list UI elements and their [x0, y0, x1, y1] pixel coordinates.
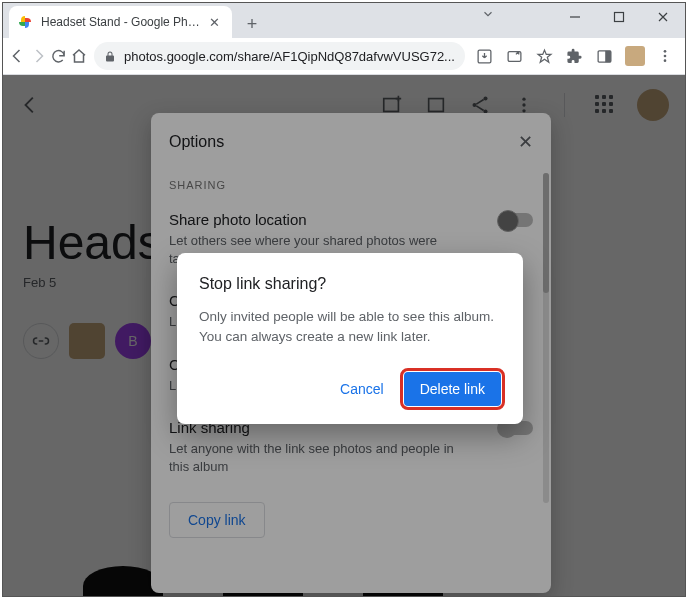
install-app-icon[interactable] — [471, 42, 499, 70]
forward-button[interactable] — [29, 42, 47, 70]
url-text: photos.google.com/share/AF1QipNdQ87dafvw… — [124, 49, 455, 64]
bookmark-icon[interactable] — [531, 42, 559, 70]
chrome-menu-icon[interactable] — [651, 42, 679, 70]
tab-search-icon[interactable] — [481, 7, 495, 21]
lock-icon — [104, 50, 116, 63]
svg-point-6 — [664, 55, 667, 58]
close-window-button[interactable] — [641, 3, 685, 31]
reload-button[interactable] — [50, 42, 68, 70]
new-tab-button[interactable]: + — [238, 10, 266, 38]
window-controls — [553, 3, 685, 38]
address-bar[interactable]: photos.google.com/share/AF1QipNdQ87dafvw… — [94, 42, 465, 70]
delete-link-button[interactable]: Delete link — [404, 372, 501, 406]
toolbar: photos.google.com/share/AF1QipNdQ87dafvw… — [3, 38, 685, 75]
cancel-button[interactable]: Cancel — [330, 373, 394, 405]
svg-rect-0 — [615, 13, 624, 22]
google-photos-icon — [17, 14, 33, 30]
maximize-button[interactable] — [597, 3, 641, 31]
confirm-body: Only invited people will be able to see … — [199, 307, 501, 346]
svg-point-7 — [664, 59, 667, 62]
svg-point-5 — [664, 50, 667, 53]
tab-close-icon[interactable]: ✕ — [209, 15, 220, 30]
titlebar: Headset Stand - Google Photos ✕ + — [3, 3, 685, 38]
page-content: Heads Feb 5 B Options ✕ SHARING Share ph… — [3, 75, 685, 596]
browser-window: Headset Stand - Google Photos ✕ + photos… — [2, 2, 686, 597]
tab-title: Headset Stand - Google Photos — [41, 15, 201, 29]
home-button[interactable] — [70, 42, 88, 70]
back-button[interactable] — [9, 42, 27, 70]
confirm-title: Stop link sharing? — [199, 275, 501, 293]
confirm-dialog: Stop link sharing? Only invited people w… — [177, 253, 523, 424]
svg-rect-4 — [606, 50, 612, 61]
confirm-button-row: Cancel Delete link — [199, 372, 501, 406]
extensions-icon[interactable] — [561, 42, 589, 70]
share-page-icon[interactable] — [501, 42, 529, 70]
profile-icon[interactable] — [621, 42, 649, 70]
minimize-button[interactable] — [553, 3, 597, 31]
side-panel-icon[interactable] — [591, 42, 619, 70]
browser-tab[interactable]: Headset Stand - Google Photos ✕ — [9, 6, 232, 38]
